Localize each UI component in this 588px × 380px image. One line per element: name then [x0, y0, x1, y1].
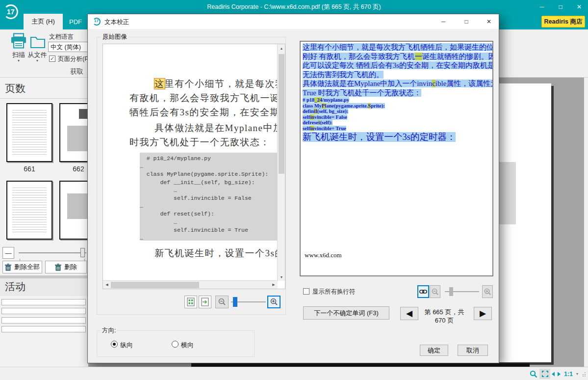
thumbnail-zoom-out-button[interactable]: — [2, 247, 14, 259]
ocr-text-panel[interactable]: 这里有个小细节，就是每次我方飞机牺牲后，如果诞生的位置刚好 有敌机，那么会导致我… [300, 41, 493, 276]
main-titlebar: Readiris Corporate - C:\www.x6d.com.pdf … [0, 0, 588, 14]
horizontal-scroll-thumb[interactable] [111, 282, 199, 288]
dialog-minimize-button[interactable]: ─ [434, 14, 453, 29]
scan-line-6: 新飞机诞生时，设置一个3s的定时器： [154, 247, 278, 260]
horizontal-scrollbar[interactable]: ◀ ▶ [103, 280, 278, 289]
window-title: Readiris Corporate - C:\www.x6d.com.pdf … [0, 3, 588, 11]
ok-button[interactable]: 确定 [420, 345, 448, 356]
document-scrollbar[interactable] [584, 78, 588, 367]
ocr-line[interactable]: 新飞机诞生时，设置一个3s的定时器： [301, 131, 492, 143]
text-zoom-in-button[interactable] [482, 285, 493, 298]
folder-icon [30, 35, 46, 51]
language-select[interactable]: 中文 (简体) [48, 42, 88, 52]
text-zoom-out-button[interactable] [430, 285, 440, 298]
page-analysis-label: 页面分析(P) [58, 55, 91, 63]
ocr-segment: True 时我方飞机处千一个无敌状态： [303, 89, 421, 97]
ocr-line[interactable]: 此可以设定每次 牺牲后会有3s的安全期，在安全期内敌机是 [301, 61, 492, 70]
zoom-dropdown-icon[interactable]: ▼ [575, 369, 580, 379]
ocr-segment: (self): [320, 120, 332, 125]
vertical-scroll-thumb[interactable] [279, 54, 284, 174]
viewer-zoom-in-button[interactable] [267, 296, 281, 308]
dialog-logo-number: 17 [94, 19, 99, 23]
scan-line-1: 这里有个小细节，就是每次我方飞机 [154, 78, 278, 90]
delete-all-button[interactable]: 删除全部 [2, 261, 42, 273]
thumbnail-image-block [67, 126, 89, 151]
show-breaks-checkbox[interactable] [303, 288, 309, 295]
next-page-button[interactable]: ▶ [474, 307, 492, 320]
fit-page-button[interactable] [539, 369, 550, 379]
page-analysis-checkbox[interactable]: ✓ [49, 55, 55, 62]
activity-progress-bar [1, 317, 86, 324]
dialog-close-button[interactable]: ✕ [479, 14, 499, 29]
ocr-line[interactable]: 刚好 有敌机，那么会导致我方飞机一诞生就牺牲的惨剧。因 [301, 52, 492, 61]
ocr-line[interactable]: definiI(self, bg_size): [301, 109, 492, 114]
page-info: 第 665 页，共 670 页 [423, 308, 465, 325]
ocr-line[interactable]: 具体做法就是在Myplane中加入一个invincible属性，该属性为 [301, 79, 492, 88]
pages-separator [0, 98, 88, 99]
ocr-line[interactable]: 无法伤害到我方飞机的。 [301, 70, 492, 80]
landscape-radio[interactable] [172, 341, 179, 348]
ocr-segment: 此可以设定每次 牺牲后会有3s的安全期，在安全期内敌机是 [303, 61, 493, 69]
scroll-left-icon[interactable]: ◀ [104, 281, 110, 289]
ocr-segment: /myplane.py [322, 97, 349, 103]
scan-code-line: self.invincible = False [140, 194, 278, 202]
scan-line-3: 牺牲后会有3s的安全期，在安全期内敌机是 [129, 106, 278, 119]
portrait-radio[interactable] [111, 341, 118, 348]
tab-home[interactable]: 主页 (H) [24, 14, 63, 29]
window-close-button[interactable]: ✕ [571, 0, 588, 14]
window-maximize-button[interactable]: □ [552, 0, 569, 14]
dialog-maximize-button[interactable]: □ [457, 14, 476, 29]
app-logo: 17 [0, 0, 24, 29]
page-thumbnail-661[interactable] [6, 103, 52, 162]
scroll-down-icon[interactable]: ▼ [278, 274, 285, 280]
show-breaks-label: 显示所有换行符 [312, 288, 356, 296]
from-file-dropdown-icon[interactable]: ▼ [26, 59, 49, 62]
next-uncertain-word-button[interactable]: 下一个不确定单词 (F3) [303, 306, 389, 320]
fit-width-view-button[interactable] [199, 296, 211, 308]
thumbnail-label-661: 661 [6, 165, 52, 173]
viewer-zoom-out-button[interactable] [215, 296, 229, 308]
uncertain-word-highlight: 这 [154, 79, 165, 89]
search-zoom-icon[interactable] [529, 369, 538, 379]
from-file-button[interactable]: 从文件 [26, 51, 49, 59]
vertical-scrollbar[interactable]: ▲ ▼ [277, 44, 285, 281]
scroll-up-icon[interactable]: ▲ [278, 45, 285, 51]
ocr-segment: class My [303, 103, 322, 109]
text-zoom-slider-handle[interactable] [449, 287, 453, 296]
ocr-line[interactable]: class MyPlane(pygame.sprite.Sprite): [301, 103, 492, 109]
scan-line-2: 有敌机，那么会导致我方飞机一诞生就牺 [129, 92, 278, 105]
ocr-line[interactable]: selfinvincible= True [301, 126, 492, 132]
ocr-segment: 新飞机诞生时，设置一个3s的定时器： [303, 132, 456, 142]
previous-page-button[interactable]: ◀ [400, 307, 418, 320]
chain-link-icon [419, 289, 427, 294]
cancel-button[interactable]: 取消 [458, 345, 488, 356]
ocr-segment: ane(pygame.sprite. [326, 103, 368, 109]
radio-dot [113, 343, 116, 346]
viewer-zoom-slider-handle[interactable] [233, 297, 237, 307]
delete-button[interactable]: 删除 [45, 261, 87, 273]
thumbnail-zoom-slider-track[interactable] [19, 252, 86, 253]
ocr-line[interactable]: 这里有个小细节，就是每次我方飞机牺牲后，如果诞生的位置 [301, 43, 492, 52]
thumbnail-zoom-slider-handle[interactable] [80, 248, 85, 257]
ocr-segment: self [303, 114, 310, 120]
ocr-line[interactable]: True 时我方飞机处千一个无敌状态： [301, 88, 492, 98]
link-panels-button[interactable] [417, 285, 429, 298]
ocr-line[interactable]: selfinvincible= False [301, 114, 492, 120]
statusbar: 1:1 ▼ [0, 367, 588, 380]
ocr-line[interactable]: # p18_24/myplane.py [301, 97, 492, 103]
resize-grip[interactable] [581, 369, 587, 379]
scan-code-line: … [140, 163, 278, 170]
landscape-label: 横向 [181, 341, 194, 350]
scanned-page[interactable]: 这里有个小细节，就是每次我方飞机 有敌机，那么会导致我方飞机一诞生就牺 牺牲后会… [103, 44, 278, 281]
original-image-label: 原始图像 [101, 33, 128, 41]
tab-pdf[interactable]: PDF [63, 14, 88, 29]
fit-width-button[interactable] [551, 369, 561, 379]
uncertain-word: iI [314, 109, 317, 114]
ocr-line[interactable]: defreset(self): [301, 120, 492, 126]
scroll-right-icon[interactable]: ▶ [271, 281, 277, 289]
page-thumbnail-663[interactable] [6, 181, 52, 240]
page-analysis-view-button[interactable] [184, 296, 197, 308]
readiris-store-button[interactable]: Readiris 商店 [541, 16, 585, 27]
window-minimize-button[interactable]: ─ [534, 0, 550, 14]
zoom-ratio-label[interactable]: 1:1 [562, 369, 575, 379]
